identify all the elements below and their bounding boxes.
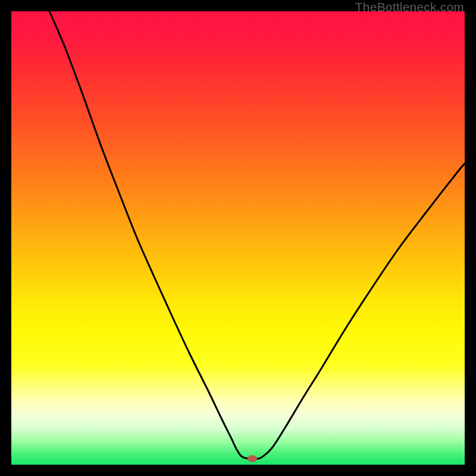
optimal-point-marker — [248, 455, 257, 462]
chart-container: TheBottleneck.com — [0, 0, 476, 476]
plot-area — [11, 11, 465, 465]
bottleneck-curve — [49, 11, 465, 459]
chart-svg — [11, 11, 465, 465]
